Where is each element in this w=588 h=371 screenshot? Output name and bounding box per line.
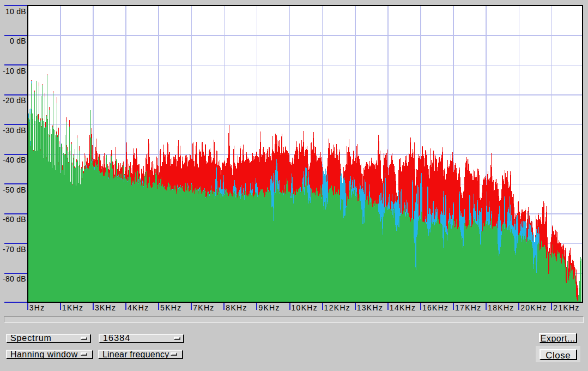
svg-text:13KHz: 13KHz [357,303,384,312]
svg-text:21KHz: 21KHz [553,303,580,312]
svg-text:8KHz: 8KHz [226,303,247,312]
svg-text:-30 dB: -30 dB [3,126,26,135]
svg-text:-80 dB: -80 dB [3,274,26,283]
svg-text:16KHz: 16KHz [422,303,449,312]
svg-text:20KHz: 20KHz [520,303,547,312]
svg-text:10 dB: 10 dB [5,7,26,16]
svg-text:3KHz: 3KHz [95,303,116,312]
svg-text:-50 dB: -50 dB [3,185,26,194]
svg-text:4KHz: 4KHz [128,303,149,312]
svg-text:-70 dB: -70 dB [3,245,26,254]
svg-text:1KHz: 1KHz [62,303,83,312]
svg-text:0 dB: 0 dB [10,37,26,45]
svg-text:-20 dB: -20 dB [3,96,26,105]
svg-text:17KHz: 17KHz [455,303,482,312]
svg-text:-60 dB: -60 dB [3,215,26,224]
svg-text:10KHz: 10KHz [292,303,318,312]
svg-text:5KHz: 5KHz [160,303,181,312]
svg-text:14KHz: 14KHz [390,303,416,312]
svg-text:3Hz: 3Hz [29,303,45,312]
svg-text:12KHz: 12KHz [324,303,351,312]
svg-text:9KHz: 9KHz [258,303,280,312]
svg-text:-10 dB: -10 dB [3,67,26,75]
svg-text:-40 dB: -40 dB [3,155,26,164]
svg-text:18KHz: 18KHz [488,303,514,312]
svg-text:7KHz: 7KHz [193,303,214,312]
